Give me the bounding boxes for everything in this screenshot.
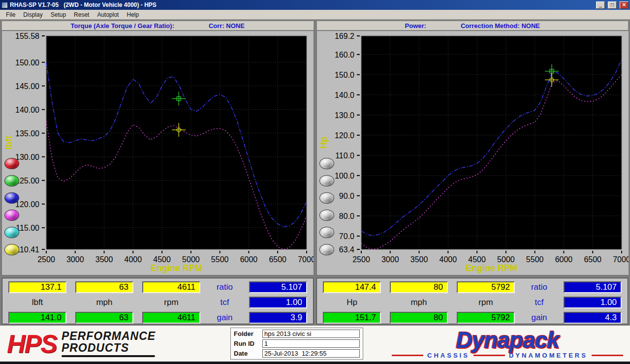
date-input[interactable] [262,349,360,358]
trace-button-gray-1[interactable] [319,158,334,169]
svg-text:6000: 6000 [240,255,258,264]
trace-button-gray-2[interactable] [319,175,334,186]
svg-text:110.0: 110.0 [335,152,354,160]
svg-text:6000: 6000 [555,255,572,264]
torque-ratio-label: ratio [209,282,240,292]
power-trace-buttons [319,158,334,255]
svg-text:160.0: 160.0 [334,51,354,59]
svg-text:4500: 4500 [468,255,486,264]
dynapack-line-left [392,355,423,356]
menu-help[interactable]: Help [123,10,143,19]
svg-text:110.41: 110.41 [16,245,39,254]
svg-text:90.0: 90.0 [339,192,354,200]
menu-reset[interactable]: Reset [70,10,93,19]
svg-text:140.00: 140.00 [15,106,39,114]
power-unit-mph: mph [390,298,448,307]
power-unit-hp: Hp [323,298,381,307]
hps-logo-subtext: PERFORMANCE PRODUCTS [62,330,156,357]
power-gain-label: gain [524,313,555,323]
close-button[interactable]: ✕ [620,1,629,9]
folder-input[interactable] [262,330,360,338]
power-title: Power: [405,22,426,30]
trace-button-magenta[interactable] [4,210,19,221]
folder-row: Folder [234,330,360,338]
svg-text:5000: 5000 [497,255,515,264]
power-tcf-box: 1.00 [564,297,622,308]
menu-bar: File Display Setup Reset Autoplot Help [0,10,630,20]
torque-title: Torque (Axle Torque / Gear Ratio): [71,22,174,30]
torque-tcf-box: 1.00 [249,297,307,308]
app-window: RHAS-SP V1.7-05 (2WD - Motor Vehicle 400… [0,0,630,364]
svg-text:100.0: 100.0 [334,172,354,180]
power-readout-panel: 147.4 80 5792 ratio 5.107 Hp mph rpm tcf… [316,278,628,324]
title-bar: RHAS-SP V1.7-05 (2WD - Motor Vehicle 400… [0,0,630,10]
torque-cursor2-mph-box: 63 [75,312,133,324]
svg-text:150.00: 150.00 [15,59,39,67]
svg-text:169.2: 169.2 [334,32,354,40]
trace-button-yellow[interactable] [4,244,19,255]
svg-text:7000: 7000 [613,255,629,264]
svg-text:4000: 4000 [439,255,457,264]
menu-autoplot[interactable]: Autoplot [93,10,123,19]
svg-text:Engine RPM: Engine RPM [465,263,517,273]
svg-text:63.4: 63.4 [339,245,354,254]
trace-button-gray-4[interactable] [319,210,334,221]
torque-unit-mph: mph [75,298,133,307]
torque-correction-label: Corr: NONE [209,22,245,30]
torque-trace-buttons [4,158,19,255]
power-ratio-label: ratio [524,282,555,292]
power-chart-plot[interactable]: 169.2160.0150.0140.0130.0120.0110.0100.0… [317,31,629,275]
app-icon [1,2,8,8]
power-cursor2-mph-box: 80 [390,312,448,324]
runid-input[interactable] [262,339,360,348]
svg-text:2500: 2500 [37,255,55,264]
maximize-button[interactable]: □ [608,1,617,9]
charts-area: Torque (Axle Torque / Gear Ratio): Corr:… [0,20,630,276]
svg-text:135.00: 135.00 [15,129,39,138]
svg-text:3000: 3000 [381,255,399,264]
trace-button-gray-3[interactable] [319,192,334,204]
power-chart-body[interactable]: 169.2160.0150.0140.0130.0120.0110.0100.0… [316,30,629,275]
menu-display[interactable]: Display [19,10,46,19]
svg-text:120.0: 120.0 [334,131,354,140]
readouts-area: 137.1 63 4611 ratio 5.107 lbft mph rpm t… [0,276,630,326]
date-label: Date [234,350,259,357]
menu-file[interactable]: File [2,10,19,19]
minimize-button[interactable]: _ [596,1,605,9]
power-unit-rpm: rpm [457,298,515,307]
trace-button-blue[interactable] [4,192,19,204]
svg-text:115.00: 115.00 [16,224,39,232]
runid-label: Run ID [234,340,259,347]
power-cursor-mph-box: 80 [390,281,448,293]
trace-button-cyan[interactable] [4,227,19,238]
torque-ratio-box: 5.107 [249,281,307,293]
svg-text:80.0: 80.0 [339,212,354,220]
torque-title-row: Torque (Axle Torque / Gear Ratio): Corr:… [1,21,314,30]
window-title: RHAS-SP V1.7-05 (2WD - Motor Vehicle 400… [10,1,593,8]
dynapack-line-mid [473,355,505,356]
torque-cursor2-rpm-box: 4611 [142,312,200,324]
svg-text:7000: 7000 [298,255,314,264]
svg-text:3500: 3500 [95,255,113,264]
torque-chart-plot[interactable]: 155.58150.00145.00140.00135.00130.00125.… [2,31,314,275]
power-title-row: Power: Correction Method: NONE [316,21,629,30]
power-panel: Power: Correction Method: NONE 169.2160.… [316,21,629,275]
torque-cursor-rpm-box: 4611 [142,281,200,293]
svg-text:lbft: lbft [4,136,14,150]
torque-tcf-label: tcf [209,298,240,307]
svg-text:6500: 6500 [269,255,286,264]
date-row: Date [234,349,360,358]
trace-button-gray-6[interactable] [319,244,334,255]
trace-button-red[interactable] [4,158,19,169]
svg-text:5500: 5500 [526,255,543,264]
menu-setup[interactable]: Setup [47,10,70,19]
dynapack-dynamometers-text: DYNAMOMETERS [509,352,588,359]
trace-button-gray-5[interactable] [319,227,334,238]
torque-chart-body[interactable]: 155.58150.00145.00140.00135.00130.00125.… [1,30,314,275]
torque-gain-label: gain [209,313,240,323]
svg-text:2500: 2500 [352,255,370,264]
svg-text:3500: 3500 [410,255,428,264]
torque-gain-box: 3.9 [249,312,307,324]
hps-logo-bar [62,355,155,357]
trace-button-green[interactable] [4,175,19,186]
